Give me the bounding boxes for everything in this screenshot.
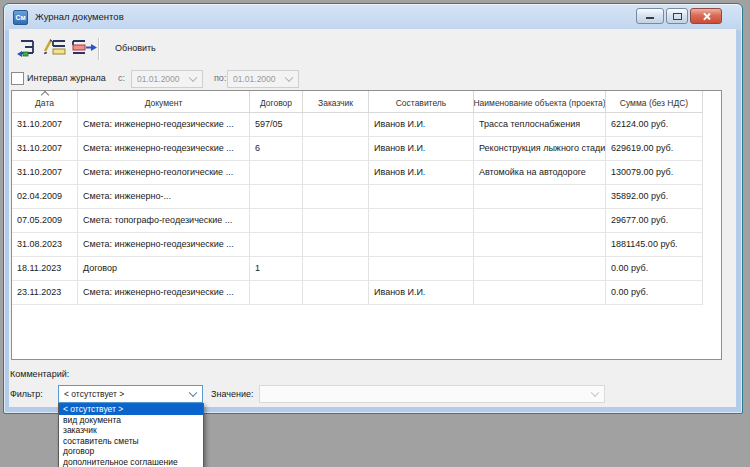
table-cell[interactable] [303,161,369,185]
table-cell[interactable]: Смета: инженерно-геологические ... [78,161,250,185]
table-cell[interactable]: Иванов И.И. [369,161,474,185]
table-cell[interactable] [303,185,369,209]
interval-from-label: с: [118,73,125,83]
table-cell-filler [703,137,721,161]
table-cell[interactable]: 35892.00 руб. [606,185,703,209]
filter-option[interactable]: составитель сметы [59,436,203,447]
column-header[interactable]: Заказчик [303,91,369,113]
minimize-button[interactable] [636,8,664,24]
table-cell[interactable]: Смета: инженерно-... [78,185,250,209]
table-cell[interactable] [250,161,303,185]
table-cell[interactable]: Автомойка на автодороге [474,161,606,185]
table-cell[interactable] [369,257,474,281]
column-header[interactable]: Сумма (без НДС) [606,91,703,113]
table-cell[interactable]: 18.11.2023 [12,257,78,281]
table-cell[interactable]: Трасса теплоснабжения [474,113,606,137]
table-cell[interactable]: 0.00 руб. [606,257,703,281]
table-cell[interactable]: 1 [250,257,303,281]
filter-row: Фильтр: < отсутствует > Значение: [9,385,736,405]
column-header[interactable]: Договор [250,91,303,113]
column-header[interactable]: Документ [78,91,250,113]
close-button[interactable] [690,8,722,24]
table-cell[interactable]: 1881145.00 руб. [606,233,703,257]
app-icon: См [13,10,28,25]
table-cell[interactable] [474,209,606,233]
comment-label: Комментарий: [10,369,69,379]
table-cell[interactable]: Смета: инженерно-геодезические ... [78,113,250,137]
table-cell[interactable] [250,281,303,305]
journal-import-button[interactable] [15,37,41,59]
column-header[interactable]: Наименование объекта (проекта) [474,91,606,113]
edit-entry-icon [43,37,69,59]
table-cell[interactable]: Иванов И.И. [369,137,474,161]
interval-from-value: 01.01.2000 [137,74,180,84]
column-header[interactable]: Дата [12,91,78,113]
table-cell[interactable]: 02.04.2009 [12,185,78,209]
table-cell[interactable] [369,185,474,209]
table-cell[interactable]: 31.10.2007 [12,137,78,161]
table-cell[interactable] [474,233,606,257]
table-cell[interactable] [303,113,369,137]
table-cell[interactable]: 29677.00 руб. [606,209,703,233]
filter-option[interactable]: дополнительное соглашение [59,457,203,467]
table-cell[interactable]: 23.11.2023 [12,281,78,305]
filter-option[interactable]: < отсутствует > [59,404,203,415]
table-cell-filler [703,209,721,233]
titlebar[interactable]: См Журнал документов [4,4,742,29]
table-cell[interactable]: 31.10.2007 [12,161,78,185]
journal-export-button[interactable] [69,37,95,59]
table-cell-filler [703,113,721,137]
table-cell[interactable]: 31.10.2007 [12,113,78,137]
table-cell[interactable] [474,281,606,305]
table-cell[interactable] [250,233,303,257]
table-cell[interactable] [369,233,474,257]
table-cell[interactable] [303,233,369,257]
table-cell[interactable]: Иванов И.И. [369,113,474,137]
table-cell[interactable]: 0.00 руб. [606,281,703,305]
maximize-button[interactable] [666,8,688,24]
table-cell[interactable]: Смета: инженерно-геодезические ... [78,233,250,257]
table-cell[interactable] [303,209,369,233]
table-cell[interactable]: 31.08.2023 [12,233,78,257]
table-cell[interactable]: Смета: топографо-геодезические ... [78,209,250,233]
table-cell[interactable] [474,257,606,281]
table-cell[interactable]: 07.05.2009 [12,209,78,233]
filter-select[interactable]: < отсутствует > [58,385,203,403]
table-cell[interactable] [250,185,303,209]
table-cell[interactable] [303,137,369,161]
table-cell-filler [703,281,721,305]
table-cell[interactable] [303,257,369,281]
table-cell[interactable]: Иванов И.И. [369,281,474,305]
refresh-button[interactable]: Обновить [109,37,162,59]
window-controls [636,8,722,24]
window-title: Журнал документов [35,11,124,22]
table-cell[interactable] [303,281,369,305]
table-cell[interactable]: Договор [78,257,250,281]
filter-option[interactable]: договор [59,446,203,457]
value-select[interactable] [259,385,605,403]
interval-checkbox[interactable] [11,72,24,85]
table-cell[interactable]: Смета: инженерно-геодезические ... [78,137,250,161]
interval-from-select[interactable]: 01.01.2000 [131,70,203,88]
filter-selected-value: < отсутствует > [64,389,124,399]
table-cell[interactable]: 130079.00 руб. [606,161,703,185]
table-cell[interactable]: 62124.00 руб. [606,113,703,137]
toolbar-separator [98,38,100,60]
table-cell[interactable]: Реконструкция лыжного стадио... [474,137,606,161]
table-cell[interactable] [369,209,474,233]
close-icon [702,12,711,21]
table-cell[interactable]: Смета: инженерно-геодезические ... [78,281,250,305]
filter-option[interactable]: вид документа [59,415,203,426]
table-cell[interactable]: 6 [250,137,303,161]
table-cell[interactable] [474,185,606,209]
edit-entry-button[interactable] [43,37,69,59]
table-cell[interactable] [250,209,303,233]
filter-dropdown-list: < отсутствует >вид документазаказчиксост… [58,403,204,467]
table-cell[interactable]: 629619.00 руб. [606,137,703,161]
interval-checkbox-label[interactable]: Интервал журнала [27,73,106,83]
filter-option[interactable]: заказчик [59,425,203,436]
interval-to-select[interactable]: 01.01.2000 [227,70,299,88]
column-header[interactable]: Составитель [369,91,474,113]
interval-to-value: 01.01.2000 [233,74,276,84]
table-cell[interactable]: 597/05 [250,113,303,137]
